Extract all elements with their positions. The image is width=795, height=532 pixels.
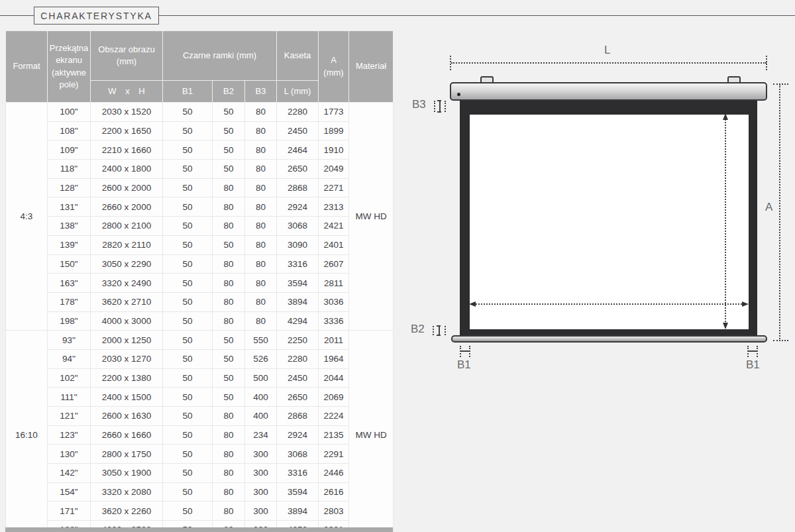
diagonal-cell: 102" <box>48 368 91 388</box>
b1-cell: 50 <box>163 197 213 217</box>
diagonal-cell: 100" <box>48 103 91 122</box>
b1-cell: 50 <box>163 349 213 368</box>
header-row-1: Format Przekątna ekranu (aktywne pole) O… <box>6 31 394 81</box>
diagonal-cell: 163" <box>48 274 91 293</box>
table-row: 111"2400 x 1500505040026502069 <box>6 388 394 407</box>
diagonal-cell: 139" <box>48 235 91 254</box>
b1-cell: 50 <box>163 311 213 331</box>
table-row: 108''2200 x 165050508024501899 <box>6 121 394 140</box>
b1-cell: 50 <box>163 425 213 445</box>
a-cell: 2224 <box>319 407 349 426</box>
w-arrow-right-icon <box>742 301 749 307</box>
a-cell: 2421 <box>319 217 349 236</box>
b1-cell: 50 <box>163 445 213 464</box>
spec-table: Format Przekątna ekranu (aktywne pole) O… <box>5 30 394 532</box>
b2-cell: 80 <box>213 178 245 197</box>
image-area-cell: 2660 x 1660 <box>91 425 163 445</box>
b1-cell: 50 <box>163 388 213 407</box>
b2-cell: 80 <box>213 445 245 464</box>
diagonal-cell: 142" <box>48 464 91 483</box>
table-row: 102"2200 x 1380505050024502044 <box>6 368 394 388</box>
diagonal-cell: 109" <box>48 140 91 160</box>
b1-cell: 50 <box>163 254 213 274</box>
image-area-cell: 2600 x 1630 <box>91 407 163 426</box>
col-header-wxh: W x H <box>91 81 163 103</box>
col-header-diagonal: Przekątna ekranu (aktywne pole) <box>48 31 91 103</box>
diagonal-cell: 198" <box>48 311 91 331</box>
diagonal-cell: 121'' <box>48 407 91 426</box>
table-row: 109"2210 x 166050508024641910 <box>6 140 394 160</box>
b1-left-mark-bar <box>460 350 469 352</box>
a-cell: 2011 <box>319 331 349 350</box>
a-cell: 2401 <box>319 235 349 254</box>
l-cell: 2280 <box>277 103 319 122</box>
l-cell: 2280 <box>277 349 319 368</box>
format-cell: 16:10 <box>6 331 48 532</box>
l-cell: 3068 <box>277 217 319 236</box>
a-dimension-tick-bottom <box>773 340 788 341</box>
l-cell: 4294 <box>277 311 319 331</box>
col-header-format: Format <box>6 31 48 103</box>
b2-cell: 80 <box>213 311 245 331</box>
b3-cell: 300 <box>245 502 277 521</box>
next-section-header-peek <box>5 527 393 532</box>
l-cell: 2924 <box>277 197 319 217</box>
material-cell: MW HD <box>349 103 394 331</box>
l-cell: 2924 <box>277 425 319 445</box>
cassette-housing <box>450 82 767 101</box>
image-area-cell: 3050 x 2290 <box>91 254 163 274</box>
format-cell: 4:3 <box>6 103 48 331</box>
b1-cell: 50 <box>163 407 213 426</box>
image-area-cell: 2030 x 1270 <box>91 349 163 368</box>
b1-cell: 50 <box>163 502 213 521</box>
l-cell: 3594 <box>277 482 319 502</box>
diagonal-cell: 94'' <box>48 349 91 368</box>
l-cell: 2650 <box>277 160 319 179</box>
b2-cell: 80 <box>213 464 245 483</box>
projection-surface <box>470 115 749 329</box>
table-row: 4:3100"2030 x 152050508022801773MW HD <box>6 103 394 122</box>
b2-cell: 50 <box>213 331 245 350</box>
b2-cell: 80 <box>213 274 245 293</box>
b3-cell: 80 <box>245 160 277 179</box>
diagonal-cell: 154" <box>48 482 91 502</box>
col-header-b3: B3 <box>245 81 277 103</box>
b2-cell: 80 <box>213 197 245 217</box>
a-cell: 3336 <box>319 311 349 331</box>
b2-dimension-label: B2 <box>411 323 425 336</box>
w-arrow-left-icon <box>469 301 476 307</box>
w-dimension-line <box>473 303 745 305</box>
l-cell: 3894 <box>277 502 319 521</box>
diagonal-cell: 108'' <box>48 121 91 140</box>
b2-mark-left-dots <box>433 326 434 335</box>
diagonal-cell: 130" <box>48 445 91 464</box>
table-row: 139"2820 x 211050508030902401 <box>6 235 394 254</box>
a-cell: 2607 <box>319 254 349 274</box>
b1-cell: 50 <box>163 217 213 236</box>
diagonal-cell: 118" <box>48 160 91 179</box>
image-area-cell: 3320 x 2490 <box>91 274 163 293</box>
diagonal-cell: 111" <box>48 388 91 407</box>
diagonal-cell: 171" <box>48 502 91 521</box>
image-area-cell: 3050 x 1900 <box>91 464 163 483</box>
table-row: 130"2800 x 1750508030030682291 <box>6 445 394 464</box>
a-cell: 2811 <box>319 274 349 293</box>
image-area-cell: 4000 x 3000 <box>91 311 163 331</box>
b1-right-dimension-label: B1 <box>746 358 760 372</box>
b1-cell: 50 <box>163 274 213 293</box>
a-cell: 3036 <box>319 292 349 311</box>
b2-cell: 50 <box>213 235 245 254</box>
table-row: 118"2400 x 180050508026502049 <box>6 160 394 179</box>
table-row: 121''2600 x 1630508040028682224 <box>6 407 394 426</box>
l-cell: 3316 <box>277 254 319 274</box>
b3-cell: 80 <box>245 311 277 331</box>
b2-cell: 50 <box>213 388 245 407</box>
b1-right-mark-bar <box>748 350 757 352</box>
spec-table-body: 4:3100"2030 x 152050508022801773MW HD108… <box>6 103 394 532</box>
b3-cell: 80 <box>245 140 277 160</box>
b2-mark-cap-top <box>437 325 441 327</box>
b1-cell: 50 <box>163 368 213 388</box>
b3-cell: 234 <box>245 425 277 445</box>
b2-cell: 50 <box>213 121 245 140</box>
diagonal-cell: 131" <box>48 197 91 217</box>
